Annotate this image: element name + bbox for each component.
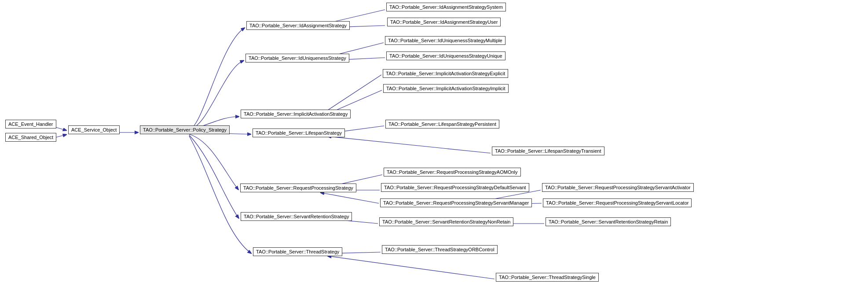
thread-orb-control-label: TAO::Portable_Server::ThreadStrategyORBC… [385, 247, 494, 252]
arrow-policy-iduniq [189, 61, 243, 129]
node-lifespan-strategy[interactable]: TAO::Portable_Server::LifespanStrategy [253, 128, 345, 137]
node-id-assignment-system[interactable]: TAO::Portable_Server::IdAssignmentStrate… [386, 3, 506, 11]
implicit-implicit-label: TAO::Portable_Server::ImplicitActivation… [386, 86, 505, 91]
implicit-explicit-label: TAO::Portable_Server::ImplicitActivation… [386, 71, 505, 76]
node-id-assignment-user[interactable]: TAO::Portable_Server::IdAssignmentStrate… [387, 18, 501, 26]
lifespan-persistent-label: TAO::Portable_Server::LifespanStrategyPe… [388, 121, 496, 127]
arrow-policy-thread [189, 136, 251, 253]
node-thread-single[interactable]: TAO::Portable_Server::ThreadStrategySing… [496, 273, 599, 282]
implicit-activation-strategy-label: TAO::Portable_Server::ImplicitActivation… [244, 111, 348, 117]
lifespan-strategy-label: TAO::Portable_Server::LifespanStrategy [256, 130, 342, 136]
node-implicit-explicit[interactable]: TAO::Portable_Server::ImplicitActivation… [383, 69, 508, 78]
node-ace-shared-object[interactable]: ACE_Shared_Object [5, 133, 56, 142]
node-sr-retain[interactable]: TAO::Portable_Server::ServantRetentionSt… [546, 217, 671, 226]
rp-servant-activator-label: TAO::Portable_Server::RequestProcessingS… [545, 185, 691, 190]
thread-single-label: TAO::Portable_Server::ThreadStrategySing… [499, 275, 596, 280]
node-rp-default-servant[interactable]: TAO::Portable_Server::RequestProcessingS… [381, 183, 529, 192]
ace-event-handler-label: ACE_Event_Handler [8, 121, 53, 127]
thread-strategy-label: TAO::Portable_Server::ThreadStrategy [256, 249, 339, 254]
node-sr-non-retain[interactable]: TAO::Portable_Server::ServantRetentionSt… [379, 217, 513, 226]
node-thread-strategy[interactable]: TAO::Portable_Server::ThreadStrategy [253, 247, 342, 256]
id-assignment-user-label: TAO::Portable_Server::IdAssignmentStrate… [390, 19, 498, 25]
arrow-thread-single [328, 256, 494, 279]
node-lifespan-transient[interactable]: TAO::Portable_Server::LifespanStrategyTr… [492, 147, 604, 155]
request-processing-strategy-label: TAO::Portable_Server::RequestProcessingS… [243, 185, 353, 191]
servant-retention-strategy-label: TAO::Portable_Server::ServantRetentionSt… [244, 214, 349, 219]
rp-aom-only-label: TAO::Portable_Server::RequestProcessingS… [387, 169, 518, 175]
node-policy-strategy[interactable]: TAO::Portable_Server::Policy_Strategy [140, 125, 230, 134]
arrow-implicit-explicit [321, 75, 381, 114]
node-ace-event-handler[interactable]: ACE_Event_Handler [5, 120, 56, 128]
node-rp-aom-only[interactable]: TAO::Portable_Server::RequestProcessingS… [384, 168, 521, 176]
id-uniqueness-strategy-label: TAO::Portable_Server::IdUniquenessStrate… [249, 55, 346, 61]
sr-non-retain-label: TAO::Portable_Server::ServantRetentionSt… [382, 219, 510, 224]
rp-default-servant-label: TAO::Portable_Server::RequestProcessingS… [384, 185, 526, 190]
ace-service-object-label: ACE_Service_Object [71, 127, 117, 132]
node-id-uniqueness-unique[interactable]: TAO::Portable_Server::IdUniquenessStrate… [386, 51, 505, 60]
arrow-policy-idassign [189, 28, 244, 129]
id-uniqueness-unique-label: TAO::Portable_Server::IdUniquenessStrate… [389, 53, 502, 59]
rp-servant-manager-label: TAO::Portable_Server::RequestProcessingS… [383, 200, 529, 206]
arrow-policy-servantret [189, 135, 238, 218]
node-rp-servant-locator[interactable]: TAO::Portable_Server::RequestProcessingS… [543, 198, 692, 207]
id-assignment-system-label: TAO::Portable_Server::IdAssignmentStrate… [389, 4, 503, 10]
diagram-container: ACE_Event_Handler ACE_Shared_Object ACE_… [0, 0, 868, 290]
rp-servant-locator-label: TAO::Portable_Server::RequestProcessingS… [546, 200, 689, 206]
node-implicit-implicit[interactable]: TAO::Portable_Server::ImplicitActivation… [383, 84, 509, 93]
policy-strategy-label: TAO::Portable_Server::Policy_Strategy [143, 127, 227, 132]
node-id-assignment-strategy[interactable]: TAO::Portable_Server::IdAssignmentStrate… [246, 21, 350, 30]
lifespan-transient-label: TAO::Portable_Server::LifespanStrategyTr… [495, 148, 601, 154]
node-thread-orb-control[interactable]: TAO::Portable_Server::ThreadStrategyORBC… [382, 245, 498, 254]
arrow-lifespan-transient [328, 136, 491, 153]
node-rp-servant-activator[interactable]: TAO::Portable_Server::RequestProcessingS… [542, 183, 694, 192]
id-assignment-strategy-label: TAO::Portable_Server::IdAssignmentStrate… [249, 23, 347, 28]
node-id-uniqueness-multiple[interactable]: TAO::Portable_Server::IdUniquenessStrate… [385, 36, 505, 45]
node-servant-retention-strategy[interactable]: TAO::Portable_Server::ServantRetentionSt… [241, 212, 352, 221]
node-id-uniqueness-strategy[interactable]: TAO::Portable_Server::IdUniquenessStrate… [245, 54, 349, 62]
sr-retain-label: TAO::Portable_Server::ServantRetentionSt… [549, 219, 668, 224]
node-request-processing-strategy[interactable]: TAO::Portable_Server::RequestProcessingS… [240, 184, 356, 192]
node-implicit-activation-strategy[interactable]: TAO::Portable_Server::ImplicitActivation… [241, 110, 351, 118]
node-lifespan-persistent[interactable]: TAO::Portable_Server::LifespanStrategyPe… [385, 120, 499, 128]
node-rp-servant-manager[interactable]: TAO::Portable_Server::RequestProcessingS… [380, 198, 532, 207]
ace-shared-object-label: ACE_Shared_Object [8, 135, 53, 140]
arrow-policy-reqproc [189, 134, 238, 189]
node-ace-service-object[interactable]: ACE_Service_Object [68, 125, 120, 134]
id-uniqueness-multiple-label: TAO::Portable_Server::IdUniquenessStrate… [388, 38, 502, 43]
arrow-rp-manager [321, 193, 379, 203]
